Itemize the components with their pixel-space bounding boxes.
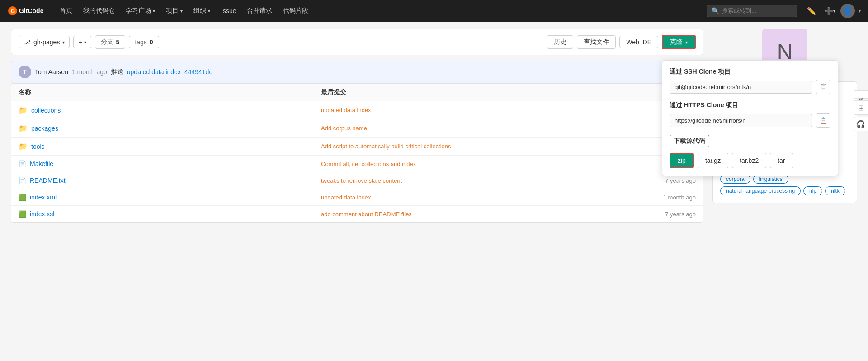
search-bar[interactable]: 🔍 搜索或转到...	[707, 5, 797, 17]
commit-hash-link[interactable]: 444941de	[184, 68, 212, 76]
file-commit-indexxml[interactable]: updated data index	[321, 194, 623, 201]
ssh-clone-row: git@gitcode.net:mirrors/nltk/n 📋	[670, 80, 830, 94]
file-time-readme: 7 years ago	[623, 177, 696, 184]
qr-code-button[interactable]: ⊞	[854, 100, 868, 115]
search-icon: 🔍	[712, 7, 719, 14]
commit-action: 推送	[111, 68, 123, 76]
chevron-down-icon: ▾	[153, 9, 155, 14]
file-commit-readme[interactable]: tweaks to remove stale content	[321, 177, 623, 184]
commit-author: Tom Aarsen	[35, 68, 68, 76]
commit-message-link[interactable]: updated data index	[127, 68, 181, 76]
file-commit-packages[interactable]: Add corpus name	[321, 125, 623, 132]
logo[interactable]: G GitCode	[7, 5, 48, 17]
avatar-dropdown-icon[interactable]: ▾	[859, 9, 861, 14]
clone-dropdown: 通过 SSH Clone 项目 git@gitcode.net:mirrors/…	[662, 60, 838, 176]
table-row: 📁 collections updated data index	[11, 101, 703, 119]
chevron-down-icon: ▾	[208, 9, 210, 14]
tags-count[interactable]: tags 0	[129, 36, 159, 48]
file-name-indexxsl: 🟩 index.xsl	[19, 210, 321, 218]
file-time-indexxml: 1 month ago	[623, 194, 696, 201]
plus-icon-btn[interactable]: ➕ ▾	[822, 4, 837, 18]
folder-icon: 📁	[19, 142, 28, 151]
https-clone-row: https://gitcode.net/mirrors/n 📋	[670, 113, 830, 128]
nav-learning[interactable]: 学习广场 ▾	[121, 4, 160, 18]
svg-text:GitCode: GitCode	[19, 7, 44, 14]
qr-icon: ⊞	[858, 104, 864, 112]
file-table-header: 名称 最后提交	[11, 84, 703, 101]
headphone-icon: 🎧	[856, 120, 865, 128]
file-commit-makefile[interactable]: Commit all, i.e. collections and index	[321, 161, 623, 167]
content-area: ⎇ gh-pages ▾ + ▾ 分支 5 tags 0 历史 查找文件 Web…	[11, 29, 703, 354]
file-link-collections[interactable]: collections	[31, 107, 61, 114]
file-link-indexxml[interactable]: index.xml	[30, 194, 57, 201]
commit-avatar: T	[19, 66, 31, 78]
table-row: 📁 tools Add script to automatically buil…	[11, 138, 703, 156]
headphone-button[interactable]: 🎧	[854, 117, 868, 131]
nav-org[interactable]: 组织 ▾	[189, 4, 215, 18]
table-row: 📄 Makefile Commit all, i.e. collections …	[11, 156, 703, 172]
file-link-packages[interactable]: packages	[31, 125, 58, 132]
commit-bar: T Tom Aarsen 1 month ago 推送 updated data…	[11, 61, 703, 83]
avatar[interactable]: 👤	[840, 4, 855, 18]
file-icon: 🟩	[19, 194, 26, 201]
file-icon: 📄	[19, 177, 26, 184]
chevron-down-icon: ▾	[84, 40, 86, 45]
commit-time: 1 month ago	[72, 68, 107, 76]
file-name-makefile: 📄 Makefile	[19, 160, 321, 167]
clone-btn-wrapper: 克隆 ▾ 通过 SSH Clone 项目 git@gitcode.net:mir…	[662, 35, 696, 49]
nav-issue[interactable]: Issue	[217, 5, 241, 17]
nav-myrepo[interactable]: 我的代码仓	[79, 4, 119, 18]
tag-nlp-processing[interactable]: natural-language-processing	[720, 186, 801, 195]
file-commit-tools[interactable]: Add script to automatically build critic…	[321, 143, 623, 150]
folder-icon: 📁	[19, 124, 28, 133]
main-container: ⎇ gh-pages ▾ + ▾ 分支 5 tags 0 历史 查找文件 Web…	[0, 22, 868, 361]
file-link-indexxsl[interactable]: index.xsl	[30, 210, 54, 218]
find-file-button[interactable]: 查找文件	[577, 35, 616, 49]
https-clone-input[interactable]: https://gitcode.net/mirrors/n	[670, 114, 812, 127]
ssh-copy-button[interactable]: 📋	[816, 80, 830, 94]
https-copy-button[interactable]: 📋	[816, 113, 830, 128]
table-row: 🟩 index.xsl add comment about README fil…	[11, 206, 703, 222]
branch-count[interactable]: 分支 5	[95, 35, 126, 49]
tag-nltk[interactable]: nltk	[825, 186, 845, 195]
file-time-indexxsl: 7 years ago	[623, 211, 696, 218]
webide-button[interactable]: Web IDE	[619, 36, 658, 48]
tags-row: corpora linguistics natural-language-pro…	[720, 175, 849, 195]
repo-toolbar: ⎇ gh-pages ▾ + ▾ 分支 5 tags 0 历史 查找文件 Web…	[11, 29, 703, 55]
clone-chevron-icon: ▾	[685, 40, 688, 45]
download-title: 下载源代码	[670, 135, 709, 147]
file-commit-collections[interactable]: updated data index	[321, 107, 623, 114]
file-link-makefile[interactable]: Makefile	[30, 160, 53, 167]
feedback-button[interactable]: 反馈建议	[854, 90, 868, 99]
float-sidebar: 反馈建议 ⊞ 🎧	[854, 90, 868, 131]
history-button[interactable]: 历史	[547, 35, 573, 49]
ssh-clone-input[interactable]: git@gitcode.net:mirrors/nltk/n	[670, 81, 812, 94]
download-tar-button[interactable]: tar	[770, 153, 793, 168]
navbar: G GitCode 首页 我的代码仓 学习广场 ▾ 项目 ▾ 组织 ▾ Issu…	[0, 0, 868, 22]
tag-linguistics[interactable]: linguistics	[753, 175, 788, 184]
https-clone-title: 通过 HTTPS Clone 项目	[670, 101, 830, 109]
file-link-readme[interactable]: README.txt	[30, 177, 66, 184]
download-tarbz2-button[interactable]: tar.bz2	[732, 153, 766, 168]
clone-button[interactable]: 克隆 ▾	[662, 35, 696, 49]
table-row: 🟩 index.xml updated data index 1 month a…	[11, 189, 703, 206]
file-link-tools[interactable]: tools	[31, 143, 45, 150]
table-row: 📄 README.txt tweaks to remove stale cont…	[11, 172, 703, 189]
table-row: 📁 packages Add corpus name	[11, 119, 703, 138]
branch-chevron-icon: ▾	[62, 40, 65, 45]
download-targz-button[interactable]: tar.gz	[698, 153, 728, 168]
tag-corpora[interactable]: corpora	[720, 175, 750, 184]
nav-projects[interactable]: 项目 ▾	[161, 4, 187, 18]
nav-home[interactable]: 首页	[55, 4, 77, 18]
file-name-packages: 📁 packages	[19, 124, 321, 133]
file-commit-indexxsl[interactable]: add comment about README files	[321, 211, 623, 218]
nav-merge[interactable]: 合并请求	[242, 4, 277, 18]
edit-icon-btn[interactable]: ✏️	[804, 4, 819, 18]
download-buttons: zip tar.gz tar.bz2 tar	[670, 153, 830, 168]
tag-nlp[interactable]: nlp	[803, 186, 822, 195]
add-btn[interactable]: + ▾	[73, 36, 91, 48]
nav-snippet[interactable]: 代码片段	[278, 4, 313, 18]
download-zip-button[interactable]: zip	[670, 153, 694, 168]
file-icon: 🟩	[19, 210, 26, 218]
branch-select[interactable]: ⎇ gh-pages ▾	[19, 36, 70, 48]
